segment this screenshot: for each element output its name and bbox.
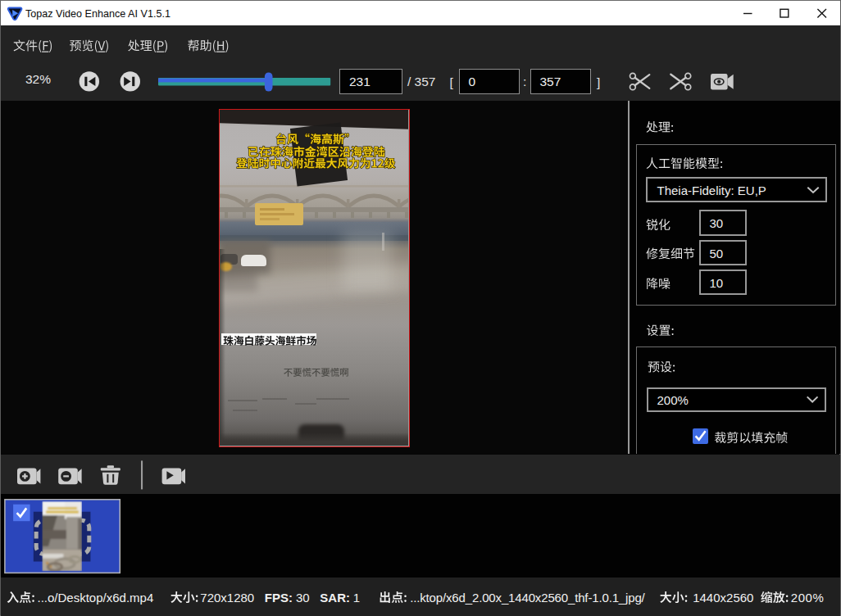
- svg-text:30: 30: [710, 216, 724, 230]
- svg-text:200%: 200%: [657, 393, 689, 407]
- svg-text:Topaz Video Enhance AI V1.5.1: Topaz Video Enhance AI V1.5.1: [25, 8, 170, 20]
- svg-text:32%: 32%: [25, 72, 51, 86]
- svg-text:10: 10: [710, 276, 724, 290]
- svg-text:1440x2560: 1440x2560: [693, 591, 753, 605]
- svg-text:...o/Desktop/x6d.mp4: ...o/Desktop/x6d.mp4: [38, 591, 154, 605]
- svg-text:357: 357: [540, 75, 561, 88]
- svg-text:50: 50: [710, 247, 724, 260]
- svg-text:30: 30: [296, 591, 310, 605]
- svg-text:[: [: [450, 75, 454, 89]
- svg-text:]: ]: [597, 75, 600, 89]
- svg-text:Theia-Fidelity: EU,P: Theia-Fidelity: EU,P: [657, 183, 766, 197]
- svg-text:200%: 200%: [791, 591, 825, 605]
- svg-text:SAR:: SAR:: [320, 591, 350, 605]
- svg-text:1: 1: [353, 591, 360, 605]
- svg-text:FPS:: FPS:: [265, 591, 293, 605]
- svg-text:0: 0: [469, 75, 476, 88]
- svg-text:...ktop/x6d_2.00x_1440x2560_th: ...ktop/x6d_2.00x_1440x2560_thf-1.0.1_jp…: [410, 591, 645, 605]
- svg-text:720x1280: 720x1280: [200, 591, 254, 605]
- svg-text:/ 357: / 357: [407, 75, 435, 88]
- svg-text:231: 231: [349, 75, 370, 88]
- svg-text::: :: [523, 75, 526, 88]
